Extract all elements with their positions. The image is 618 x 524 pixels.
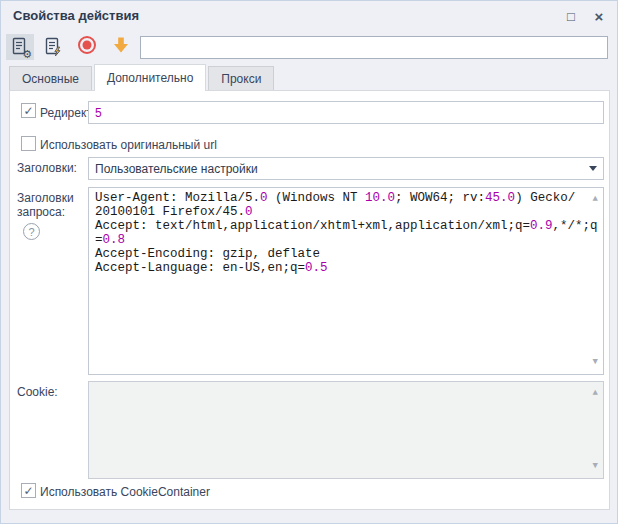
redirect-checkbox[interactable]: ✓ <box>21 103 36 118</box>
scroll-up-icon[interactable]: ▲ <box>593 389 598 398</box>
action-properties-window: Свойства действия □ × ⚙ <box>0 0 618 524</box>
use-original-url-checkbox[interactable] <box>21 136 36 151</box>
tab-proxy-label: Прокси <box>221 72 261 86</box>
tab-main[interactable]: Основные <box>9 66 92 91</box>
use-cookie-container-checkbox[interactable]: ✓ <box>21 483 36 498</box>
help-icon[interactable]: ? <box>23 223 40 240</box>
check-icon: ✓ <box>23 484 33 498</box>
tab-advanced-label: Дополнительно <box>107 71 193 85</box>
tab-strip: Основные Дополнительно Прокси <box>9 64 276 91</box>
action-run-button[interactable] <box>39 34 67 60</box>
help-question-mark: ? <box>28 226 34 238</box>
window-title: Свойства действия <box>13 8 139 23</box>
down-arrow-icon <box>111 35 131 59</box>
redirect-count-input[interactable]: 5 <box>88 101 604 124</box>
headers-mode-combobox[interactable]: Пользовательские настройки <box>88 157 604 180</box>
request-headers-textarea[interactable]: User-Agent: Mozilla/5.0 (Windows NT 10.0… <box>88 187 604 375</box>
chevron-down-icon <box>589 166 597 171</box>
check-icon: ✓ <box>23 104 33 118</box>
document-gear-icon: ⚙ <box>10 37 30 57</box>
use-cookie-container-label: Использовать CookieContainer <box>40 485 210 499</box>
tab-main-label: Основные <box>22 72 79 86</box>
action-settings-button[interactable]: ⚙ <box>6 34 34 60</box>
scroll-down-icon[interactable]: ▼ <box>593 358 598 367</box>
cookie-textarea[interactable]: ▲ ▼ <box>88 381 604 479</box>
request-headers-text: User-Agent: Mozilla/5.0 (Windows NT 10.0… <box>95 191 581 275</box>
gear-badge-icon: ⚙ <box>22 49 32 60</box>
record-icon <box>77 35 97 59</box>
maximize-icon: □ <box>567 9 575 24</box>
headers-select-label: Заголовки: <box>17 161 77 175</box>
headers-mode-value: Пользовательские настройки <box>95 162 258 176</box>
tab-advanced[interactable]: Дополнительно <box>94 64 206 91</box>
request-headers-label-line2: запроса: <box>17 205 65 219</box>
redirect-count-value: 5 <box>95 106 102 120</box>
record-button[interactable] <box>73 34 101 60</box>
tab-proxy[interactable]: Прокси <box>208 66 274 91</box>
document-lightning-icon <box>43 37 63 57</box>
close-button[interactable]: × <box>589 6 609 26</box>
download-button[interactable] <box>107 34 135 60</box>
scroll-up-icon[interactable]: ▲ <box>593 195 598 204</box>
title-bar: Свойства действия □ × <box>1 1 617 31</box>
use-original-url-label: Использовать оригинальный url <box>40 138 217 152</box>
close-icon: × <box>595 8 604 25</box>
advanced-tab-panel: ✓ Редирект 5 Использовать оригинальный u… <box>9 90 610 510</box>
redirect-label: Редирект <box>40 106 92 120</box>
maximize-button[interactable]: □ <box>561 6 581 26</box>
cookie-label: Cookie: <box>17 385 58 399</box>
request-headers-label-line1: Заголовки <box>17 191 74 205</box>
scroll-down-icon[interactable]: ▼ <box>593 462 598 471</box>
toolbar-input[interactable] <box>140 36 608 59</box>
